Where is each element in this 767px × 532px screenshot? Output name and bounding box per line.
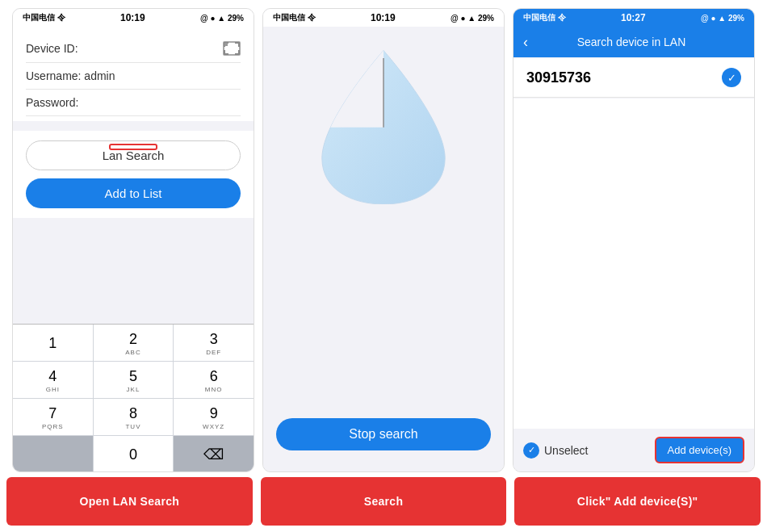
screen3-content: 30915736 ✓ ✓ Unselect Add device(s) <box>513 57 754 471</box>
labels-row: Open LAN Search Search Click" Add device… <box>0 477 767 532</box>
label-3: Click" Add device(S)" <box>577 495 698 508</box>
back-button[interactable]: ‹ <box>523 34 528 51</box>
gray-gap-2 <box>13 218 254 324</box>
device-list-area <box>513 98 754 429</box>
time-3: 10:27 <box>621 12 646 23</box>
key-8-main: 8 <box>129 405 137 422</box>
key-2-main: 2 <box>129 331 137 348</box>
key-8-sub: TUV <box>125 423 140 430</box>
key-1-main: 1 <box>48 335 57 352</box>
label-1: Open LAN Search <box>80 495 180 508</box>
device-id-row: Device ID: <box>26 35 241 63</box>
key-7-main: 7 <box>48 405 57 422</box>
key-empty <box>13 436 93 471</box>
numpad: 1 2 ABC 3 DEF 4 GHI 5 JKL <box>13 324 254 471</box>
key-9-sub: WXYZ <box>203 423 224 430</box>
screen1: 中国电信 令 10:19 @ ● ▲ 29% Device ID: Userna… <box>12 8 254 472</box>
key-0[interactable]: 0 <box>94 436 174 471</box>
time-2: 10:19 <box>371 12 396 23</box>
status-bar-3: 中国电信 令 10:27 @ ● ▲ 29% <box>513 9 754 27</box>
lan-search-button[interactable]: Lan Search <box>26 140 241 170</box>
key-9-main: 9 <box>210 405 218 422</box>
stop-search-label: Stop search <box>349 427 417 441</box>
key-6-main: 6 <box>210 368 218 385</box>
key-3[interactable]: 3 DEF <box>174 325 254 361</box>
label-block-1: Open LAN Search <box>6 477 253 526</box>
key-5[interactable]: 5 JKL <box>94 362 174 398</box>
add-devices-button[interactable]: Add device(s) <box>655 437 744 463</box>
screen3: 中国电信 令 10:27 @ ● ▲ 29% ‹ Search device i… <box>513 8 755 472</box>
unselect-label: Unselect <box>544 444 588 457</box>
username-label: Username: admin <box>26 69 115 82</box>
key-8[interactable]: 8 TUV <box>94 399 174 435</box>
add-to-list-label: Add to List <box>105 186 162 200</box>
password-label: Password: <box>26 96 78 109</box>
key-0-main: 0 <box>129 446 137 463</box>
key-4-sub: GHI <box>46 386 60 393</box>
carrier-3: 中国电信 令 <box>523 12 566 23</box>
icons-2: @ ● ▲ 29% <box>451 14 494 23</box>
device-id-value: 30915736 <box>526 69 591 86</box>
key-5-main: 5 <box>129 368 137 385</box>
password-row: Password: <box>26 90 241 116</box>
username-row: Username: admin <box>26 63 241 90</box>
screen2-content: Stop search <box>263 27 504 471</box>
key-backspace[interactable]: ⌫ <box>174 436 254 471</box>
status-bar-1: 中国电信 令 10:19 @ ● ▲ 29% <box>13 9 254 27</box>
carrier-1: 中国电信 令 <box>23 12 65 23</box>
key-9[interactable]: 9 WXYZ <box>174 399 254 435</box>
stop-search-button[interactable]: Stop search <box>276 418 491 450</box>
key-3-sub: DEF <box>206 349 221 356</box>
time-1: 10:19 <box>120 12 145 23</box>
key-5-sub: JKL <box>127 386 140 393</box>
key-6-sub: MNO <box>205 386 223 393</box>
key-6[interactable]: 6 MNO <box>174 362 254 398</box>
form-section: Device ID: Username: admin Password: <box>13 27 254 121</box>
loading-animation <box>311 43 456 204</box>
screens-row: 中国电信 令 10:19 @ ● ▲ 29% Device ID: Userna… <box>0 0 767 477</box>
key-4[interactable]: 4 GHI <box>13 362 93 398</box>
key-1[interactable]: 1 <box>13 325 93 361</box>
screen2: 中国电信 令 10:19 @ ● ▲ 29% <box>262 8 505 472</box>
key-4-main: 4 <box>48 368 57 385</box>
status-bar-2: 中国电信 令 10:19 @ ● ▲ 29% <box>263 9 504 27</box>
label-2: Search <box>364 495 404 508</box>
buttons-section: Lan Search Add to List <box>13 131 254 218</box>
backspace-icon: ⌫ <box>203 446 224 463</box>
gray-gap-1 <box>13 121 254 131</box>
screen3-footer: ✓ Unselect Add device(s) <box>513 429 754 471</box>
unselect-button[interactable]: ✓ Unselect <box>523 442 588 459</box>
scan-icon[interactable] <box>223 41 241 56</box>
label-block-3: Click" Add device(S)" <box>514 477 761 526</box>
add-devices-label: Add device(s) <box>668 444 731 456</box>
screen3-header: ‹ Search device in LAN <box>513 27 754 57</box>
screen3-title: Search device in LAN <box>534 36 728 48</box>
screen1-content: Device ID: Username: admin Password: <box>13 27 254 471</box>
device-check-icon[interactable]: ✓ <box>722 68 741 87</box>
icons-1: @ ● ▲ 29% <box>200 14 244 23</box>
carrier-2: 中国电信 令 <box>273 12 316 23</box>
icons-3: @ ● ▲ 29% <box>701 14 744 23</box>
lan-search-label: Lan Search <box>103 149 165 162</box>
key-7[interactable]: 7 PQRS <box>13 399 93 435</box>
unselect-check-icon: ✓ <box>523 442 539 459</box>
add-to-list-button[interactable]: Add to List <box>26 178 241 208</box>
key-3-main: 3 <box>210 331 218 348</box>
device-row[interactable]: 30915736 ✓ <box>513 58 754 98</box>
key-2[interactable]: 2 ABC <box>94 325 174 361</box>
device-id-label: Device ID: <box>26 42 78 55</box>
label-block-2: Search <box>261 477 507 526</box>
key-2-sub: ABC <box>125 349 140 356</box>
key-7-sub: PQRS <box>42 423 64 430</box>
